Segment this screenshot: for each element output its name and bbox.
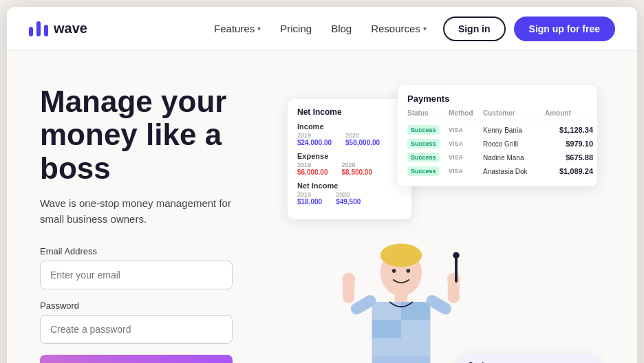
email-form-group: Email Address bbox=[40, 246, 288, 289]
svg-rect-21 bbox=[455, 256, 458, 283]
table-row: Success VISA Kenny Bania $1,128.34 bbox=[407, 123, 588, 137]
status-badge: Success bbox=[407, 125, 440, 135]
svg-rect-2 bbox=[44, 25, 48, 36]
nav-pricing[interactable]: Pricing bbox=[280, 23, 312, 34]
nav-features[interactable]: Features ▾ bbox=[214, 23, 261, 34]
svg-rect-1 bbox=[36, 21, 41, 36]
svg-point-22 bbox=[453, 252, 459, 258]
income-section-net: Net Income 2019 $18,000 2020 $49,500 bbox=[297, 182, 402, 206]
svg-point-6 bbox=[407, 269, 411, 273]
status-badge: Success bbox=[407, 166, 440, 176]
browser-window: wave Features ▾ Pricing Blog Resources ▾… bbox=[7, 7, 637, 363]
income-section-expense: Expense 2019 $6,000.00 2020 $8,500.00 bbox=[297, 152, 402, 176]
svg-point-4 bbox=[380, 244, 422, 267]
hero-section: Manage your money like a boss Wave is on… bbox=[7, 51, 637, 363]
nav-links: Features ▾ Pricing Blog Resources ▾ bbox=[214, 23, 427, 34]
svg-point-20 bbox=[447, 273, 460, 286]
hero-left: Manage your money like a boss Wave is on… bbox=[40, 78, 288, 363]
svg-point-19 bbox=[342, 273, 355, 286]
chevron-down-icon-2: ▾ bbox=[423, 25, 427, 32]
logo-text: wave bbox=[54, 21, 87, 36]
nav-blog[interactable]: Blog bbox=[331, 23, 352, 34]
create-account-button[interactable]: Create your free account bbox=[40, 355, 233, 363]
status-badge: Success bbox=[407, 139, 440, 148]
hero-subtext: Wave is one-stop money management for sm… bbox=[40, 196, 246, 227]
svg-rect-14 bbox=[401, 338, 430, 356]
email-input[interactable] bbox=[40, 261, 233, 289]
chevron-down-icon: ▾ bbox=[257, 25, 261, 32]
payments-card: Payments Status Method Customer Amount S… bbox=[398, 85, 597, 186]
svg-rect-13 bbox=[372, 320, 401, 338]
navbar: wave Features ▾ Pricing Blog Resources ▾… bbox=[7, 7, 637, 51]
password-label: Password bbox=[40, 300, 288, 311]
status-badge: Success bbox=[407, 153, 440, 162]
password-form-group: Password bbox=[40, 300, 288, 344]
income-section-income: Income 2019 $24,000.00 2020 $58,000.00 bbox=[297, 122, 402, 146]
signin-button[interactable]: Sign in bbox=[443, 16, 506, 41]
svg-rect-12 bbox=[401, 302, 430, 320]
hero-headline: Manage your money like a boss bbox=[40, 85, 288, 185]
character-svg bbox=[325, 237, 477, 363]
svg-rect-10 bbox=[401, 320, 430, 338]
income-card: Net Income Income 2019 $24,000.00 2020 $… bbox=[288, 99, 411, 219]
svg-rect-9 bbox=[372, 302, 401, 320]
svg-rect-11 bbox=[372, 338, 401, 356]
logo-area: wave bbox=[29, 21, 87, 36]
income-card-title: Net Income bbox=[297, 107, 402, 117]
nav-resources[interactable]: Resources ▾ bbox=[371, 23, 427, 34]
payments-table-header: Status Method Customer Amount bbox=[407, 109, 588, 120]
character-illustration bbox=[325, 237, 477, 363]
table-row: Success VISA Rocco Grilli $979.10 bbox=[407, 137, 588, 151]
signup-nav-button[interactable]: Sign up for free bbox=[514, 16, 615, 41]
email-label: Email Address bbox=[40, 246, 288, 256]
payments-card-title: Payments bbox=[407, 94, 588, 104]
wave-logo-icon bbox=[29, 21, 48, 36]
table-row: Success VISA Anastasia Dok $1,089.24 bbox=[407, 164, 588, 178]
svg-point-5 bbox=[392, 269, 396, 273]
hero-right: Net Income Income 2019 $24,000.00 2020 $… bbox=[288, 78, 604, 363]
svg-rect-0 bbox=[29, 27, 33, 36]
table-row: Success VISA Nadine Mana $675.88 bbox=[407, 151, 588, 164]
password-input[interactable] bbox=[40, 315, 233, 344]
cashflow-card: Cash Flow Wave Baseline Year Change bbox=[460, 354, 597, 363]
